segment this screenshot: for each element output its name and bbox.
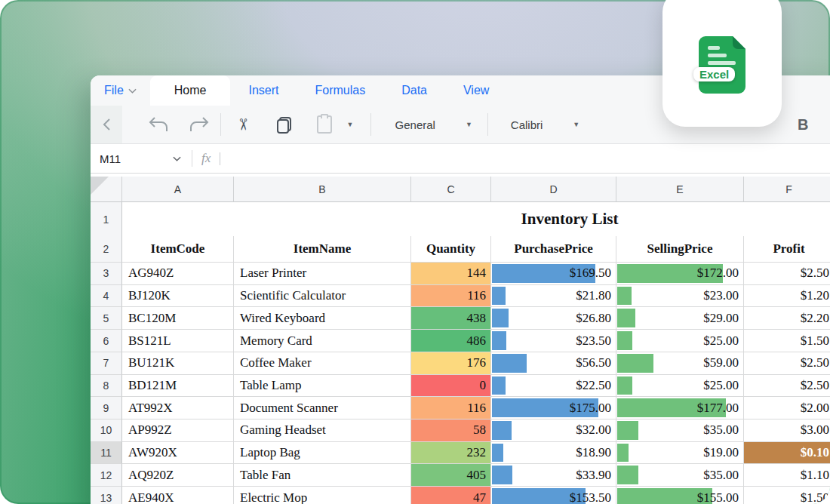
tab-insert[interactable]: Insert [230,75,297,106]
cell-selling-price[interactable]: $19.00 [616,442,744,465]
header-cell-profit[interactable]: Profit [744,236,830,263]
cell-item-name[interactable]: Table Lamp [234,375,411,398]
cell-selling-price[interactable]: $35.00 [616,419,744,442]
cut-button[interactable]: ✂ [236,115,250,134]
cell-item-name[interactable]: Electric Mop [234,487,411,504]
row-header-3[interactable]: 3 [91,263,122,285]
cell-item-code[interactable]: BC120M [122,307,234,330]
name-box[interactable]: M11 [91,152,181,165]
cell-item-name[interactable]: Scientific Calculator [234,285,411,308]
column-header-f[interactable]: F [744,177,830,202]
cell-selling-price[interactable]: $155.00 [616,487,744,504]
cell-item-name[interactable]: Coffee Maker [234,352,411,375]
cell-item-code[interactable]: AG940Z [122,263,234,285]
font-name-dropdown[interactable]: Calibri ▼ [511,118,579,131]
cell-item-code[interactable]: BD121M [122,375,234,398]
header-cell-quantity[interactable]: Quantity [411,236,491,263]
copy-button[interactable] [277,117,290,133]
cell-quantity[interactable]: 232 [411,442,491,465]
column-header-b[interactable]: B [234,177,411,202]
cell-profit[interactable]: $1.50 [744,330,830,352]
header-cell-sellingprice[interactable]: SellingPrice [616,236,744,263]
cell-quantity[interactable]: 438 [411,307,491,330]
cell-profit[interactable]: $3.00 [744,419,830,442]
cell-selling-price[interactable]: $59.00 [616,352,744,375]
row-header-10[interactable]: 10 [91,419,122,442]
file-menu[interactable]: File [91,75,150,106]
tab-home[interactable]: Home [150,75,231,106]
cell-item-name[interactable]: Document Scanner [234,397,411,419]
cell-quantity[interactable]: 0 [411,375,491,398]
cell-item-name[interactable]: Laptop Bag [234,442,411,465]
cell-purchase-price[interactable]: $175.00 [491,397,616,419]
row-header-2[interactable]: 2 [91,236,122,263]
cell-profit[interactable]: $2.50 [744,263,830,285]
cell-quantity[interactable]: 486 [411,330,491,352]
cell-selling-price[interactable]: $23.00 [616,285,744,308]
cell-quantity[interactable]: 144 [411,263,491,285]
cell-profit[interactable]: $1.10 [744,464,830,487]
cell-quantity[interactable]: 116 [411,397,491,419]
cell-item-code[interactable]: BU121K [122,352,234,375]
cell-purchase-price[interactable]: $23.50 [491,330,616,352]
column-header-e[interactable]: E [616,177,744,202]
row-header-9[interactable]: 9 [91,397,122,419]
row-header-4[interactable]: 4 [91,285,122,308]
cell-purchase-price[interactable]: $32.00 [491,419,616,442]
cell-purchase-price[interactable]: $56.50 [491,352,616,375]
cell-purchase-price[interactable]: $22.50 [491,375,616,398]
cell-purchase-price[interactable]: $169.50 [491,263,616,285]
cell-item-name[interactable]: Memory Card [234,330,411,352]
cell-item-code[interactable]: AQ920Z [122,464,234,487]
cell-item-name[interactable]: Table Fan [234,464,411,487]
paste-button[interactable] [317,115,332,134]
cell-selling-price[interactable]: $35.00 [616,464,744,487]
number-format-dropdown[interactable]: General ▼ [395,118,472,131]
cell-selling-price[interactable]: $177.00 [616,397,744,419]
header-cell-itemcode[interactable]: ItemCode [122,236,234,263]
sheet-title-cell[interactable]: Inventory List [122,202,830,236]
row-header-13[interactable]: 13 [91,487,122,504]
cell-quantity[interactable]: 58 [411,419,491,442]
cell-profit[interactable]: $2.50 [744,352,830,375]
cell-quantity[interactable]: 47 [411,487,491,504]
column-header-c[interactable]: C [411,177,491,202]
cell-selling-price[interactable]: $25.00 [616,375,744,398]
cell-profit[interactable]: $0.10 [744,442,830,465]
row-header-12[interactable]: 12 [91,464,122,487]
cell-profit[interactable]: $1.50 [744,487,830,504]
cell-selling-price[interactable]: $25.00 [616,330,744,352]
row-header-8[interactable]: 8 [91,375,122,398]
cell-purchase-price[interactable]: $26.80 [491,307,616,330]
cell-item-code[interactable]: AP992Z [122,419,234,442]
cell-quantity[interactable]: 176 [411,352,491,375]
cell-quantity[interactable]: 405 [411,464,491,487]
undo-button[interactable] [148,116,169,133]
select-all-corner[interactable] [91,177,122,202]
cell-selling-price[interactable]: $172.00 [616,263,744,285]
cell-purchase-price[interactable]: $33.90 [491,464,616,487]
cell-item-name[interactable]: Gaming Headset [234,419,411,442]
cell-item-code[interactable]: AE940X [122,487,234,504]
row-header-7[interactable]: 7 [91,352,122,375]
cell-item-code[interactable]: BS121L [122,330,234,352]
formula-input[interactable] [220,144,830,173]
row-header-1[interactable]: 1 [91,202,122,236]
tab-data[interactable]: Data [383,75,445,106]
header-cell-itemname[interactable]: ItemName [234,236,411,263]
cell-profit[interactable]: $2.50 [744,375,830,398]
row-header-6[interactable]: 6 [91,330,122,352]
cell-purchase-price[interactable]: $18.90 [491,442,616,465]
tab-view[interactable]: View [445,75,507,106]
bold-button[interactable]: B [798,116,808,134]
column-header-a[interactable]: A [122,177,234,202]
cell-profit[interactable]: $2.20 [744,307,830,330]
row-header-5[interactable]: 5 [91,307,122,330]
cell-quantity[interactable]: 116 [411,285,491,308]
redo-button[interactable] [189,116,210,133]
cell-item-name[interactable]: Wired Keyboard [234,307,411,330]
cell-item-code[interactable]: AT992X [122,397,234,419]
tab-formulas[interactable]: Formulas [297,75,383,106]
cell-item-name[interactable]: Laser Printer [234,263,411,285]
cell-purchase-price[interactable]: $21.80 [491,285,616,308]
